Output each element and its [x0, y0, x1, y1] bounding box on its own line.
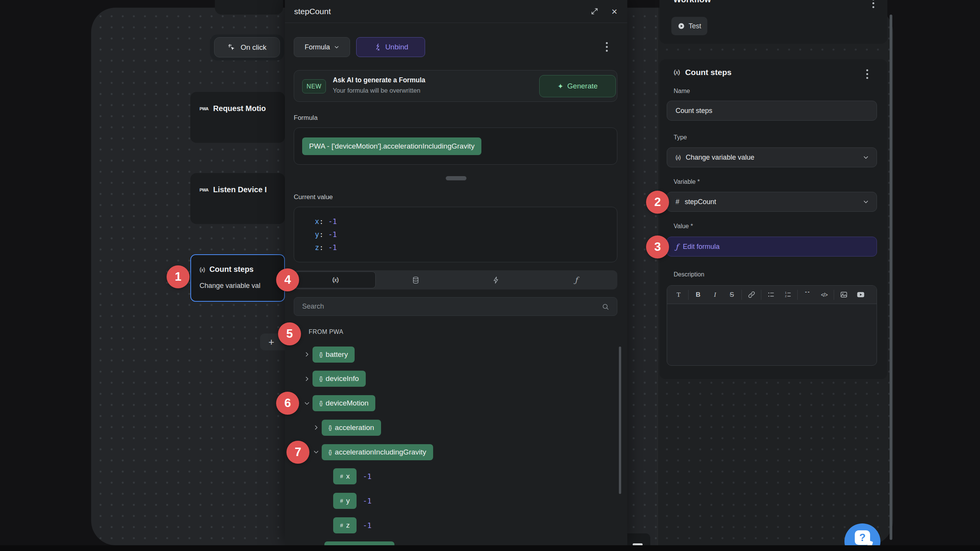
tree-item-accelerationIncludingGravity[interactable]: {}accelerationIncludingGravity	[322, 444, 433, 460]
step-title: Count steps	[685, 68, 731, 77]
tree-item-x[interactable]: #x	[333, 468, 357, 484]
formula-editor-modal: stepCount × Formula Unbind	[285, 0, 627, 545]
source-tabs: (x)ƒ	[294, 270, 617, 289]
test-label: Test	[689, 22, 701, 30]
modal-menu-kebab-icon[interactable]	[606, 42, 608, 52]
variable-label: Variable *	[674, 178, 700, 185]
tree-item-y[interactable]: #y	[333, 493, 357, 509]
toolbar-bold-icon[interactable]: B	[690, 286, 707, 304]
toolbar-separator	[741, 290, 742, 300]
braces-icon: {}	[319, 352, 322, 358]
panel-scrollbar[interactable]	[890, 15, 892, 540]
app-window: On click PWA Request Motio PWA Listen De…	[0, 0, 980, 551]
formula-chip[interactable]: PWA - ['deviceMotion'].accelerationInclu…	[302, 137, 481, 155]
variable-value: stepCount	[685, 198, 716, 206]
annotation-badge-1: 1	[167, 265, 190, 288]
chevron-down-icon	[863, 154, 869, 160]
toolbar-separator	[688, 290, 689, 300]
chevron-right-icon[interactable]	[310, 423, 322, 432]
toolbar-link-icon[interactable]	[743, 286, 760, 304]
partial-node-top[interactable]	[215, 0, 283, 15]
annotation-badge-2: 2	[646, 191, 669, 214]
toolbar-text-icon[interactable]: T	[670, 286, 687, 304]
chevron-down-icon[interactable]	[310, 448, 322, 456]
new-badge: NEW	[302, 79, 326, 93]
description-label: Description	[674, 271, 704, 278]
braces-icon: {}	[329, 425, 331, 431]
binding-type-dropdown[interactable]: Formula	[294, 37, 350, 57]
tree-item-deviceInfo[interactable]: {}deviceInfo	[312, 371, 366, 387]
tab-workflows[interactable]	[456, 271, 536, 288]
toolbar-italic-icon[interactable]: I	[707, 286, 723, 304]
annotation-badge-7: 7	[286, 441, 309, 464]
unbind-button[interactable]: Unbind	[356, 37, 425, 57]
richtext-toolbar: TBIS12“</>	[667, 286, 877, 304]
toolbar-image-icon[interactable]	[835, 286, 852, 304]
modal-title: stepCount	[294, 7, 331, 16]
bottom-bar	[0, 545, 980, 551]
tree-item-value: -1	[363, 521, 371, 530]
name-value: Count steps	[676, 107, 712, 115]
sparkle-icon: ✦	[557, 82, 563, 91]
description-textarea[interactable]	[667, 304, 877, 365]
tree-item-deviceMotion[interactable]: {}deviceMotion	[312, 395, 375, 411]
value-label: Value *	[674, 223, 693, 230]
formula-input[interactable]: PWA - ['deviceMotion'].accelerationInclu…	[294, 128, 617, 165]
variable-select[interactable]: # stepCount	[667, 192, 877, 212]
description-editor[interactable]: TBIS12“</>	[667, 285, 877, 366]
braces-icon: {}	[319, 400, 322, 406]
toolbar-ordered-list-icon[interactable]: 12	[779, 286, 796, 304]
search-placeholder: Search	[302, 302, 602, 311]
tab-variables[interactable]: (x)	[295, 271, 376, 288]
resize-handle[interactable]	[446, 176, 466, 180]
current-value-preview: x:-1y:-1z:-1	[294, 207, 617, 262]
node-on-click[interactable]: On click	[210, 34, 284, 60]
tab-formulas[interactable]: ƒ	[536, 271, 616, 288]
toolbar-separator	[761, 290, 761, 300]
on-click-trigger[interactable]: On click	[214, 37, 280, 57]
toolbar-bullet-list-icon[interactable]	[762, 286, 779, 304]
ai-banner: NEW Ask AI to generate a Formula Your fo…	[294, 70, 617, 102]
pwa-icon: PWA	[200, 188, 209, 192]
generate-button[interactable]: ✦ Generate	[539, 75, 616, 97]
ai-banner-title: Ask AI to generate a Formula	[333, 76, 425, 84]
tree-item-battery[interactable]: {}battery	[312, 347, 355, 363]
expand-icon[interactable]	[591, 7, 599, 15]
tree-item-z[interactable]: #z	[333, 517, 357, 533]
name-field[interactable]: Count steps	[667, 101, 877, 121]
pwa-icon: PWA	[200, 106, 209, 111]
modal-scrollbar[interactable]	[619, 347, 621, 494]
close-icon[interactable]: ×	[612, 7, 617, 16]
edit-formula-button[interactable]: ƒ Edit formula	[667, 237, 877, 257]
test-button[interactable]: Test	[671, 17, 707, 35]
search-input[interactable]: Search	[294, 297, 617, 316]
node-subtitle: Change variable val	[200, 282, 260, 290]
node-title: Count steps	[209, 265, 254, 274]
variable-fx-icon: (x)	[674, 69, 680, 76]
hash-icon: #	[676, 198, 679, 206]
tree-item-acceleration[interactable]: {}acceleration	[322, 420, 381, 436]
node-request-motion[interactable]: PWA Request Motio	[190, 92, 285, 143]
tab-collections[interactable]	[376, 271, 456, 288]
toolbar-quote-icon[interactable]: “	[799, 286, 816, 304]
chevron-down-icon[interactable]	[301, 399, 312, 407]
plus-icon: +	[268, 336, 274, 348]
chevron-right-icon[interactable]	[301, 350, 312, 358]
current-value-label: Current value	[294, 193, 333, 201]
toolbar-code-icon[interactable]: </>	[816, 286, 833, 304]
chevron-right-icon[interactable]	[301, 375, 312, 383]
workflow-card: Workflow Test	[659, 0, 887, 44]
type-select[interactable]: (x) Change variable value	[667, 147, 877, 167]
braces-icon: {}	[329, 449, 331, 455]
toolbar-strikethrough-icon[interactable]: S	[723, 286, 740, 304]
chevron-down-icon	[863, 199, 869, 205]
annotation-badge-4: 4	[276, 268, 299, 291]
node-listen-device[interactable]: PWA Listen Device I	[190, 173, 285, 224]
step-kebab-icon[interactable]	[866, 69, 868, 79]
workflow-kebab-icon[interactable]	[872, 0, 874, 8]
node-count-steps-selected[interactable]: (x) Count steps Change variable val	[190, 254, 285, 302]
node-label: On click	[241, 43, 267, 52]
toolbar-video-icon[interactable]	[852, 286, 869, 304]
hash-icon: #	[340, 473, 343, 479]
chevron-down-icon	[334, 44, 339, 50]
